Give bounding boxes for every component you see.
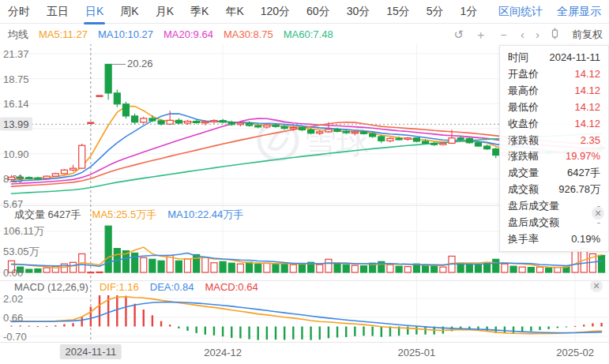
price-axis-label: 8.29 — [3, 173, 23, 185]
date-axis-label: 2025-02 — [556, 347, 594, 358]
date-axis-label: 2025-01 — [398, 347, 436, 358]
info-row-label: 换手率 — [508, 231, 539, 247]
ma-legend-row: 均线 MA5:11.27MA10:10.27MA20:9.64MA30:8.75… — [0, 24, 609, 44]
tab-分时[interactable]: 分时 — [8, 5, 30, 19]
info-row-label: 收盘价 — [508, 116, 539, 132]
info-row-label: 涨跌幅 — [508, 148, 539, 164]
pan-left-icon[interactable]: ‹ — [521, 28, 524, 40]
info-row-label: 成交量 — [508, 165, 539, 181]
macd-macd-label: MACD:0.64 — [205, 281, 258, 293]
tab-五日[interactable]: 五日 — [47, 5, 69, 19]
info-row-value: 19.97% — [566, 148, 600, 164]
macd-title: MACD (12,26,9) — [14, 281, 88, 293]
price-axis-label: 10.90 — [3, 148, 29, 159]
info-row: 换手率0.19% — [508, 231, 600, 247]
volume-title: 成交量 6427手 — [14, 208, 81, 222]
nav-links: 区间统计全屏显示 — [498, 5, 601, 19]
info-row-label: 时间 — [508, 50, 528, 66]
macd-axis-label: -0.70 — [3, 330, 27, 342]
info-row: 盘后成交量- — [508, 198, 600, 214]
ma-legend-item: MA20:9.64 — [164, 28, 213, 40]
pan-right-icon[interactable]: › — [536, 28, 539, 40]
info-row-value: 2024-11-11 — [549, 50, 600, 66]
info-row-value: 2.35 — [581, 133, 600, 148]
fullscreen-link[interactable]: 全屏显示 — [557, 5, 601, 19]
tab-60分[interactable]: 60分 — [306, 5, 330, 19]
price-axis-label: 18.75 — [3, 73, 29, 84]
quote-info-panel: 时间2024-11-11开盘价14.12最高价14.12最低价14.12收盘价1… — [499, 45, 609, 252]
chart-controls: ↺ ＋ － ‹ › 前复权 — [453, 28, 603, 42]
date-axis-label: 2024-12 — [204, 347, 242, 358]
date-axis-highlight: 2024-11-11 — [60, 344, 122, 359]
info-row: 开盘价14.12 — [508, 66, 600, 82]
ma-legend-title: 均线 — [8, 28, 28, 42]
volume-ma5-label: MA5:25.5万手 — [92, 208, 157, 222]
tab-1分[interactable]: 1分 — [461, 5, 478, 19]
tab-年K[interactable]: 年K — [225, 5, 243, 19]
period-tabs: 分时五日日K周K月K季K年K120分60分30分15分5分1分 — [8, 5, 477, 19]
volume-ma10-label: MA10:22.44万手 — [167, 208, 243, 222]
volume-axis-label: 0.00 — [3, 267, 23, 279]
tab-120分[interactable]: 120分 — [261, 5, 290, 19]
period-toolbar: 分时五日日K周K月K季K年K120分60分30分15分5分1分 区间统计全屏显示 — [0, 0, 609, 24]
tab-5分[interactable]: 5分 — [427, 5, 444, 19]
zoom-out-icon[interactable]: － — [498, 28, 509, 40]
crosshair-price-label: 13.99 — [0, 118, 32, 131]
info-row-value: 0.19% — [571, 231, 600, 247]
candlestick-style-icon[interactable] — [551, 28, 559, 41]
volume-axis-label: 106.11万 — [3, 224, 44, 238]
info-row-label: 最低价 — [508, 99, 539, 115]
macd-axis-label: 0.66 — [3, 311, 23, 323]
info-row-value: 6427手 — [567, 165, 600, 181]
zoom-in-icon[interactable]: ＋ — [475, 28, 487, 40]
ma-legend-items: MA5:11.27MA10:10.27MA20:9.64MA30:8.75MA6… — [39, 28, 333, 40]
volume-pane-header: 成交量 6427手 MA5:25.5万手 MA10:22.44万手 — [14, 208, 243, 222]
info-row-label: 盘后成交量 — [508, 198, 559, 214]
info-row: 最低价14.12 — [508, 99, 600, 115]
macd-axis-label: 2.02 — [3, 292, 23, 304]
info-row-value: 14.12 — [574, 99, 600, 115]
tab-15分[interactable]: 15分 — [386, 5, 410, 19]
ma-legend-item: MA60:7.48 — [284, 28, 333, 40]
stock-chart-app: 雪球 分时五日日K周K月K季K年K120分60分30分15分5分1分 区间统计全… — [0, 0, 609, 364]
price-axis-label: 16.14 — [3, 98, 29, 110]
info-row-label: 开盘价 — [508, 66, 539, 82]
peak-price-callout: 20.26 — [127, 58, 153, 69]
info-row: 涨跌额2.35 — [508, 133, 600, 148]
info-row-label: 成交额 — [508, 182, 539, 197]
tab-周K[interactable]: 周K — [120, 5, 138, 19]
price-axis-label: 21.37 — [3, 48, 29, 60]
info-row: 成交量6427手 — [508, 165, 600, 181]
ma-legend-item: MA10:10.27 — [98, 28, 153, 40]
adjust-mode-select[interactable]: 前复权 — [572, 28, 603, 42]
info-row-label: 盘后成交额 — [508, 215, 559, 231]
macd-pane-header: MACD (12,26,9) DIF:1.16 DEA:0.84 MACD:0.… — [14, 281, 258, 293]
macd-dea-label: DEA:0.84 — [150, 281, 194, 293]
info-row-value: 14.12 — [574, 116, 600, 132]
info-row: 盘后成交额- — [508, 215, 600, 231]
info-row: 收盘价14.12 — [508, 116, 600, 132]
tab-月K[interactable]: 月K — [156, 5, 174, 19]
info-row-value: 14.12 — [574, 66, 600, 82]
info-row-value: 926.78万 — [558, 182, 600, 197]
info-row-label: 涨跌额 — [508, 133, 539, 148]
volume-pane-close-icon[interactable]: ✕ — [592, 207, 604, 220]
info-row: 成交额926.78万 — [508, 182, 600, 197]
macd-dif-label: DIF:1.16 — [100, 281, 139, 293]
undo-icon[interactable]: ↺ — [453, 28, 464, 40]
ma-legend-item: MA30:8.75 — [224, 28, 273, 40]
macd-pane-close-icon[interactable]: ✕ — [590, 280, 603, 292]
ma-legend-item: MA5:11.27 — [39, 28, 88, 40]
info-row: 最高价14.12 — [508, 83, 600, 99]
info-row: 时间2024-11-11 — [508, 50, 600, 66]
tab-季K[interactable]: 季K — [190, 5, 209, 19]
info-row-value: 14.12 — [574, 83, 600, 99]
info-row: 涨跌幅19.97% — [508, 148, 600, 164]
volume-axis-label: 53.05万 — [3, 245, 39, 259]
tab-日K[interactable]: 日K — [85, 5, 103, 19]
range-stats-link[interactable]: 区间统计 — [498, 5, 543, 19]
tab-30分[interactable]: 30分 — [347, 5, 370, 19]
info-row-label: 最高价 — [508, 83, 539, 99]
